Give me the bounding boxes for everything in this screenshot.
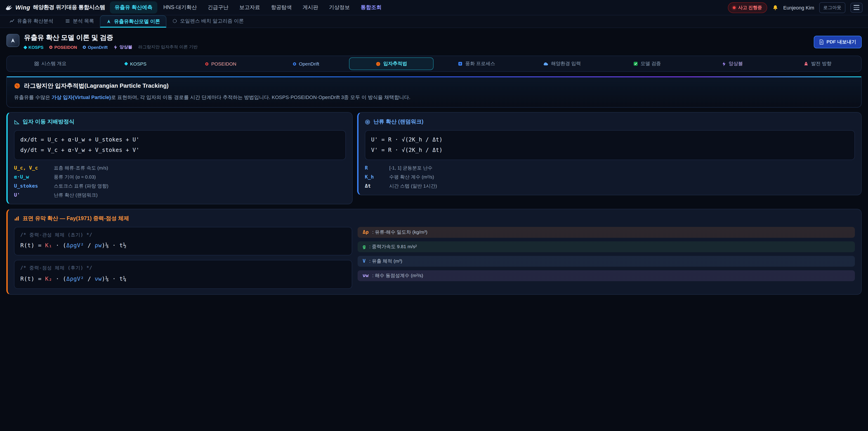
ring-icon — [50, 45, 53, 49]
legend-row: Δt 시간 스텝 (일반 1시간) — [365, 183, 855, 189]
cloud-icon — [543, 61, 548, 66]
section-tab-model-validation[interactable]: 모델 검증 — [605, 57, 689, 70]
badge-kosps: KOSPS — [24, 45, 43, 50]
intro-title-row: 라그랑지안 입자추적법(Lagrangian Particle Tracking… — [14, 82, 854, 90]
nav-item-weather-info[interactable]: 기상정보 — [324, 1, 355, 13]
legend-row: U_c, V_c 표층 해류·조류 속도 (m/s) — [14, 165, 346, 171]
fay-formulas: /* 중력-관성 체제 (초기) */ R(t) = K₁ · (ΔρgV² /… — [14, 227, 352, 288]
document-icon — [819, 39, 824, 44]
card-title: 난류 확산 (랜덤워크) — [365, 118, 855, 126]
nib-icon — [10, 37, 16, 43]
main-nav: 유출유 확산예측 HNS·대기확산 긴급구난 보고자료 항공탐색 게시판 기상정… — [110, 1, 386, 13]
turbulent-diffusion-card: 난류 확산 (랜덤워크) U' = R · √(2K_h / Δt) V' = … — [357, 112, 862, 195]
fay-formula-block-initial: /* 중력-관성 체제 (초기) */ R(t) = K₁ · (ΔρgV² /… — [14, 227, 352, 255]
section-tab-opendrift[interactable]: OpenDrift — [264, 57, 348, 70]
formula-line: R(t) = K₁ · (ΔρgV² / ρw)⅙ · t½ — [20, 240, 346, 251]
definition-row: Δρ : 유류-해수 밀도차 (kg/m³) — [358, 227, 855, 238]
governing-legend: U_c, V_c 표층 해류·조류 속도 (m/s) α·U_w 풍류 기여 (… — [14, 165, 346, 198]
section-tab-future-direction[interactable]: 발전 방향 — [776, 57, 860, 70]
fay-spreading-card: 표면 유막 확산 — Fay(1971) 중력-점성 체제 /* 중력-관성 체… — [6, 209, 862, 295]
brand-title: 해양환경 위기대응 통합시스템 — [33, 4, 105, 11]
nav-item-integrated-search[interactable]: 통합조회 — [356, 1, 386, 13]
nav-item-hns-dispersion[interactable]: HNS·대기확산 — [158, 1, 202, 13]
tab-diffusion-model-theory[interactable]: 유출유확산모델 이론 — [100, 16, 166, 28]
incident-badge-label: 사고 진행중 — [738, 4, 762, 11]
user-name: Eunjeong Kim — [783, 5, 814, 10]
top-navigation-bar: Wing 해양환경 위기대응 통합시스템 유출유 확산예측 HNS·대기확산 긴… — [0, 0, 868, 16]
subtab-label: 분석 목록 — [73, 18, 94, 24]
fay-formula-block-late: /* 중력-점성 체제 (후기) */ R(t) = K₂ · (ΔρgV² /… — [14, 260, 352, 288]
section-tab-bar: 시스템 개요 KOSPS POSEIDON OpenDrift 입자추적법 — [6, 56, 862, 72]
legend-row: U' 난류 확산 (랜덤워크) — [14, 192, 346, 198]
section-tab-poseidon[interactable]: POSEIDON — [179, 57, 263, 70]
particle-orange-icon — [14, 83, 20, 89]
triangle-ruler-icon — [14, 119, 20, 125]
code-line: V' = R · √(2K_h / Δt) — [371, 145, 848, 155]
legend-row: α·U_w 풍류 기여 (α ≈ 0.03) — [14, 174, 346, 180]
equation-cards-row: 입자 이동 지배방정식 dx/dt = U_c + α·U_w + U_stok… — [6, 112, 862, 204]
tab-oil-fence-algorithm[interactable]: 오일펜스 배치 알고리즘 이론 — [166, 16, 250, 28]
intro-body: 유출유를 수많은 가상 입자(Virtual Particle)로 표현하며, … — [14, 94, 854, 101]
tab-analysis-list[interactable]: 분석 목록 — [59, 16, 100, 28]
particle-orange-icon — [376, 61, 381, 66]
nav-item-emergency-rescue[interactable]: 긴급구난 — [203, 1, 234, 13]
governing-equation-card: 입자 이동 지배방정식 dx/dt = U_c + α·U_w + U_stok… — [6, 112, 352, 204]
brand-logo-text: Wing — [16, 4, 30, 11]
page-header: 유출유 확산 모델 이론 및 검증 KOSPS POSEIDON OpenDri… — [0, 28, 868, 53]
hamburger-menu-button[interactable] — [850, 2, 863, 12]
lightning-icon — [114, 45, 118, 50]
legend-row: R [-1, 1] 균등분포 난수 — [365, 165, 855, 171]
formula-comment: /* 중력-관성 체제 (초기) */ — [20, 231, 346, 238]
pdf-export-button[interactable]: PDF 내보내기 — [814, 35, 862, 48]
code-line: dy/dt = V_c + α·V_w + V_stokes + V' — [20, 145, 340, 155]
section-tab-system-overview[interactable]: 시스템 개요 — [8, 57, 92, 70]
list-icon — [65, 19, 70, 24]
section-tab-particle-tracking[interactable]: 입자추적법 — [349, 57, 434, 70]
subtab-label: 유출유확산모델 이론 — [114, 18, 160, 25]
chart-icon — [9, 19, 14, 24]
badge-opendrift: OpenDrift — [83, 45, 108, 50]
model-theory-icon — [106, 19, 111, 24]
card-title: 입자 이동 지배방정식 — [14, 118, 346, 126]
legend-row: K_h 수평 확산 계수 (m²/s) — [365, 174, 855, 180]
brand: Wing 해양환경 위기대응 통합시스템 — [5, 4, 105, 11]
code-line: dx/dt = U_c + α·U_w + U_stokes + U' — [20, 135, 340, 145]
subtab-label: 유출유 확산분석 — [17, 18, 53, 24]
subtab-label: 오일펜스 배치 알고리즘 이론 — [180, 18, 244, 24]
incident-status-badge[interactable]: 사고 진행중 — [727, 2, 767, 13]
app-root: Wing 해양환경 위기대응 통합시스템 유출유 확산예측 HNS·대기확산 긴… — [0, 0, 868, 431]
nav-item-reports[interactable]: 보고자료 — [235, 1, 265, 13]
topbar-right: 사고 진행중 Eunjeong Kim 로그아웃 — [727, 2, 863, 13]
section-tab-ensemble[interactable]: 앙상블 — [690, 57, 775, 70]
section-tab-kosps[interactable]: KOSPS — [93, 57, 178, 70]
grid-icon — [34, 61, 39, 66]
section-tab-ocean-env-input[interactable]: 해양환경 입력 — [520, 57, 604, 70]
nav-item-spill-prediction[interactable]: 유출유 확산예측 — [110, 1, 157, 13]
badge-ensemble: 앙상블 — [114, 44, 132, 50]
legend-row: U_stokes 스토크스 표류 (파랑 영향) — [14, 183, 346, 189]
definition-row: g : 중력가속도 9.81 m/s² — [358, 241, 855, 252]
formula-comment: /* 중력-점성 체제 (후기) */ — [20, 265, 346, 271]
card-title: 표면 유막 확산 — Fay(1971) 중력-점성 체제 — [14, 214, 855, 222]
page-header-text: 유출유 확산 모델 이론 및 검증 KOSPS POSEIDON OpenDri… — [24, 33, 197, 50]
bar-chart-icon — [14, 216, 20, 221]
badge-poseidon: POSEIDON — [50, 45, 77, 50]
nav-item-board[interactable]: 게시판 — [298, 1, 323, 13]
tab-spill-analysis[interactable]: 유출유 확산분석 — [4, 16, 59, 28]
fay-content: /* 중력-관성 체제 (초기) */ R(t) = K₁ · (ΔρgV² /… — [14, 227, 855, 288]
process-icon — [458, 61, 463, 66]
intro-title: 라그랑지안 입자추적법(Lagrangian Particle Tracking… — [24, 82, 168, 90]
nav-item-aerial-search[interactable]: 항공탐색 — [266, 1, 297, 13]
governing-equation-code: dx/dt = U_c + α·U_w + U_stokes + U' dy/d… — [14, 130, 346, 160]
formula-line: R(t) = K₂ · (ΔρgV² / νw)⅙ · t¼ — [20, 274, 346, 284]
check-icon — [633, 61, 638, 66]
logout-button[interactable]: 로그아웃 — [819, 2, 845, 13]
section-tab-weathering-process[interactable]: 풍화 프로세스 — [434, 57, 519, 70]
turbulence-code: U' = R · √(2K_h / Δt) V' = R · √(2K_h / … — [365, 130, 855, 160]
lagrangian-intro-panel: 라그랑지안 입자추적법(Lagrangian Particle Tracking… — [6, 76, 862, 107]
page-subtitle: 라그랑지안 입자추적 이론 기반 — [138, 44, 197, 50]
diamond-icon — [124, 62, 128, 66]
page-title: 유출유 확산 모델 이론 및 검증 — [24, 33, 197, 42]
notification-bell-icon[interactable] — [772, 4, 778, 11]
cyclone-icon — [365, 119, 370, 125]
